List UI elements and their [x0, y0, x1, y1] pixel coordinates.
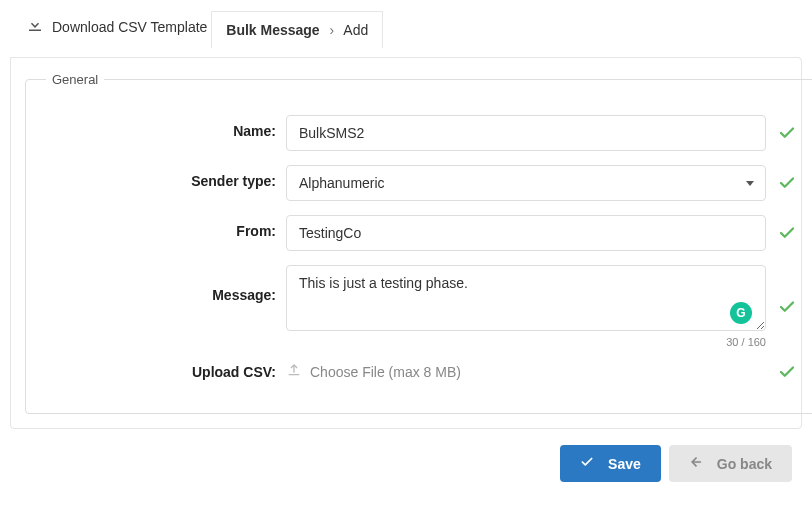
sender-type-label: Sender type: — [46, 165, 286, 189]
upload-label: Upload CSV: — [46, 364, 286, 380]
sender-type-select-wrap: Alphanumeric — [286, 165, 766, 201]
breadcrumb-root[interactable]: Bulk Message — [226, 22, 319, 38]
row-message: Message: G 30 / 160 — [46, 265, 796, 348]
message-label: Message: — [46, 265, 286, 303]
row-upload-csv: Upload CSV: Choose File (max 8 MB) — [46, 362, 796, 381]
name-label: Name: — [46, 115, 286, 139]
form-panel: General Name: Sender type: Alphanumeric — [10, 57, 802, 429]
check-icon — [778, 124, 796, 142]
general-fieldset: General Name: Sender type: Alphanumeric — [25, 72, 812, 414]
arrow-left-icon — [689, 455, 703, 472]
save-button-label: Save — [608, 456, 641, 472]
download-csv-template-label: Download CSV Template — [52, 19, 207, 35]
row-name: Name: — [46, 115, 796, 151]
sender-type-select[interactable]: Alphanumeric — [286, 165, 766, 201]
row-sender-type: Sender type: Alphanumeric — [46, 165, 796, 201]
grammarly-icon[interactable]: G — [730, 302, 752, 324]
from-input[interactable] — [286, 215, 766, 251]
check-icon — [778, 298, 796, 316]
check-icon — [778, 363, 796, 381]
char-counter: 30 / 160 — [286, 336, 766, 348]
save-button[interactable]: Save — [560, 445, 661, 482]
general-legend: General — [46, 72, 104, 87]
choose-file-button[interactable]: Choose File (max 8 MB) — [286, 362, 461, 381]
download-icon — [26, 16, 44, 37]
go-back-button[interactable]: Go back — [669, 445, 792, 482]
choose-file-label: Choose File (max 8 MB) — [310, 364, 461, 380]
button-bar: Save Go back — [10, 445, 802, 482]
row-from: From: — [46, 215, 796, 251]
check-icon — [778, 224, 796, 242]
go-back-button-label: Go back — [717, 456, 772, 472]
download-csv-template-link[interactable]: Download CSV Template — [26, 16, 207, 37]
breadcrumb: Bulk Message › Add — [211, 11, 383, 48]
breadcrumb-leaf: Add — [343, 22, 368, 38]
check-icon — [778, 174, 796, 192]
message-textarea[interactable] — [286, 265, 766, 331]
name-input[interactable] — [286, 115, 766, 151]
upload-icon — [286, 362, 302, 381]
from-label: From: — [46, 215, 286, 239]
chevron-right-icon: › — [330, 22, 335, 38]
check-icon — [580, 455, 594, 472]
